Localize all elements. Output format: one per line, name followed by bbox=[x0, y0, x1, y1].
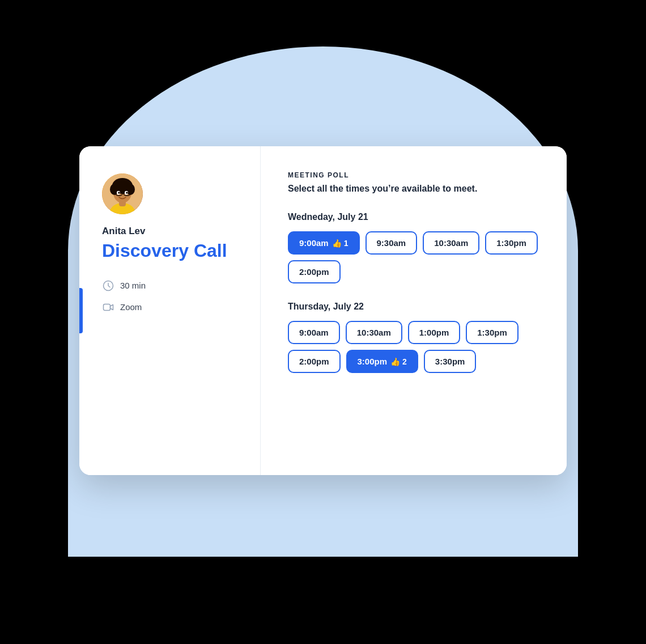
duration-meta: 30 min bbox=[102, 279, 240, 292]
time-slot-thu-100[interactable]: 1:00pm bbox=[408, 321, 461, 344]
poll-subtitle: Select all the times you’re available to… bbox=[288, 184, 539, 194]
time-slot-wed-130[interactable]: 1:30pm bbox=[485, 231, 538, 255]
slot-time: 10:30am bbox=[357, 328, 391, 337]
slot-time: 1:30pm bbox=[477, 328, 507, 337]
thumbs-up-icon: 👍 bbox=[332, 239, 342, 248]
slot-time: 3:00pm bbox=[358, 357, 388, 366]
vote-count: 1 bbox=[344, 239, 348, 248]
vote-count: 2 bbox=[402, 357, 407, 366]
poll-label: MEETING POLL bbox=[288, 171, 539, 179]
time-slot-thu-330[interactable]: 3:30pm bbox=[424, 350, 477, 373]
svg-point-9 bbox=[118, 192, 120, 194]
time-slot-wed-200[interactable]: 2:00pm bbox=[288, 260, 341, 283]
time-slot-thu-900[interactable]: 9:00am bbox=[288, 321, 340, 344]
slot-time: 9:00am bbox=[299, 328, 329, 337]
slot-time: 2:00pm bbox=[299, 267, 329, 277]
slot-time: 1:30pm bbox=[496, 238, 526, 248]
slot-time: 9:30am bbox=[377, 238, 406, 248]
vote-badge: 👍 2 bbox=[390, 357, 407, 366]
svg-rect-15 bbox=[104, 304, 110, 310]
host-name: Anita Lev bbox=[102, 226, 240, 237]
avatar bbox=[102, 173, 143, 214]
left-panel: Anita Lev Discovery Call 30 min Zoom bbox=[79, 146, 261, 475]
time-slot-thu-300[interactable]: 3:00pm 👍 2 bbox=[346, 350, 418, 373]
right-panel: MEETING POLL Select all the times you’re… bbox=[261, 146, 567, 475]
day-label-thursday: Thursday, July 22 bbox=[288, 302, 539, 312]
time-slots-wednesday: 9:00am 👍 1 9:30am 10:30am 1:30pm 2:00pm bbox=[288, 231, 539, 283]
day-section-wednesday: Wedneday, July 21 9:00am 👍 1 9:30am 10:3… bbox=[288, 212, 539, 283]
svg-point-10 bbox=[126, 192, 128, 194]
platform-meta: Zoom bbox=[102, 301, 240, 313]
duration-label: 30 min bbox=[120, 281, 146, 290]
slot-time: 2:00pm bbox=[299, 357, 329, 366]
zoom-icon bbox=[102, 301, 114, 313]
day-label-wednesday: Wedneday, July 21 bbox=[288, 212, 539, 222]
left-accent-bar bbox=[79, 288, 83, 333]
avatar-image bbox=[102, 173, 143, 214]
day-section-thursday: Thursday, July 22 9:00am 10:30am 1:00pm … bbox=[288, 302, 539, 373]
time-slots-thursday: 9:00am 10:30am 1:00pm 1:30pm 2:00pm 3:00… bbox=[288, 321, 539, 373]
time-slot-wed-930[interactable]: 9:30am bbox=[366, 231, 418, 255]
slot-time: 1:00pm bbox=[419, 328, 449, 337]
vote-badge: 👍 1 bbox=[332, 239, 348, 248]
time-slot-thu-1030[interactable]: 10:30am bbox=[346, 321, 402, 344]
event-title: Discovery Call bbox=[102, 240, 240, 261]
clock-icon bbox=[102, 279, 114, 292]
time-slot-thu-200[interactable]: 2:00pm bbox=[288, 350, 341, 373]
thumbs-up-icon: 👍 bbox=[390, 357, 400, 366]
time-slot-wed-1030[interactable]: 10:30am bbox=[423, 231, 479, 255]
platform-label: Zoom bbox=[120, 302, 142, 312]
slot-time: 10:30am bbox=[434, 238, 468, 248]
slot-time: 3:30pm bbox=[435, 357, 465, 366]
main-card: Anita Lev Discovery Call 30 min Zoom bbox=[79, 146, 567, 475]
time-slot-thu-130[interactable]: 1:30pm bbox=[466, 321, 518, 344]
slot-time: 9:00am bbox=[299, 238, 329, 248]
time-slot-wed-900[interactable]: 9:00am 👍 1 bbox=[288, 231, 360, 255]
